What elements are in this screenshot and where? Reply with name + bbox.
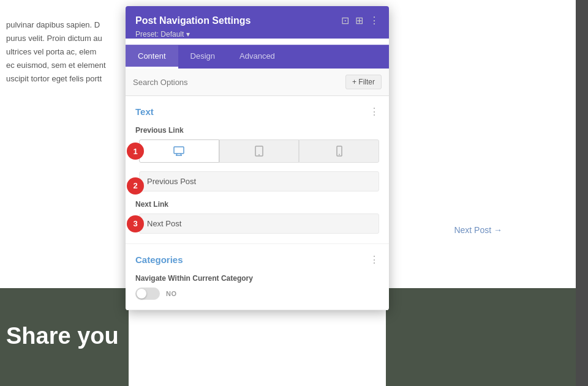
- panel-title: Post Navigation Settings: [135, 15, 251, 26]
- device-tablet-btn[interactable]: [219, 139, 300, 163]
- next-post-link[interactable]: Next Post →: [454, 225, 502, 235]
- categories-section: Categories ⋮ Navigate Within Current Cat…: [126, 244, 389, 310]
- navigate-category-label: Navigate Within Current Category: [135, 274, 379, 283]
- tab-content[interactable]: Content: [126, 45, 178, 69]
- panel-preset[interactable]: Preset: Default ▾: [135, 30, 379, 39]
- svg-rect-0: [174, 147, 184, 154]
- background-text: pulvinar dapibus sapien. D purus velit. …: [0, 12, 129, 92]
- preset-arrow: ▾: [186, 30, 190, 39]
- text-section: Text ⋮ Previous Link 1: [126, 96, 389, 244]
- panel-tabs: Content Design Advanced: [126, 45, 389, 69]
- toggle-row: NO: [135, 288, 379, 300]
- previous-post-input[interactable]: [139, 171, 379, 191]
- tab-advanced[interactable]: Advanced: [227, 45, 287, 69]
- filter-button[interactable]: + Filter: [345, 75, 382, 89]
- previous-link-device-row: 1: [135, 139, 379, 163]
- step-badge-3: 3: [127, 215, 144, 232]
- share-text: Share you: [6, 323, 119, 349]
- navigate-category-toggle[interactable]: [135, 288, 160, 300]
- panel-search-bar: + Filter: [126, 69, 389, 96]
- sidebar-strip: [576, 0, 588, 386]
- text-section-header: Text ⋮: [135, 106, 379, 117]
- more-icon[interactable]: ⋮: [369, 15, 379, 26]
- text-section-title: Text: [135, 106, 154, 117]
- dark-section-right: [386, 288, 588, 386]
- toggle-state-label: NO: [166, 290, 177, 297]
- step-badge-1: 1: [127, 143, 144, 160]
- next-link-label: Next Link: [135, 200, 379, 209]
- tablet-icon: [255, 146, 263, 157]
- panel-header-icons: ⊡ ⊞ ⋮: [341, 15, 379, 26]
- device-mobile-btn[interactable]: [299, 139, 379, 163]
- toggle-knob: [137, 289, 146, 299]
- search-input[interactable]: [133, 78, 345, 87]
- categories-section-title: Categories: [135, 254, 183, 265]
- layout-icon[interactable]: ⊞: [355, 15, 363, 26]
- next-post-row: 3: [135, 213, 379, 234]
- text-section-menu-icon[interactable]: ⋮: [369, 106, 379, 117]
- desktop-icon: [173, 146, 184, 156]
- svg-point-7: [339, 154, 340, 155]
- previous-link-label: Previous Link: [135, 126, 379, 135]
- step-badge-2: 2: [127, 177, 144, 195]
- panel-body: Text ⋮ Previous Link 1: [126, 96, 389, 310]
- previous-post-row: 2: [135, 171, 379, 200]
- post-navigation-panel: Post Navigation Settings ⊡ ⊞ ⋮ Preset: D…: [126, 6, 389, 310]
- next-post-input[interactable]: [139, 213, 379, 234]
- tab-design[interactable]: Design: [178, 45, 227, 69]
- mobile-icon: [336, 146, 342, 157]
- preset-label: Preset: Default: [135, 30, 184, 39]
- resize-icon[interactable]: ⊡: [341, 15, 349, 26]
- svg-point-5: [258, 154, 260, 155]
- device-desktop-btn[interactable]: [139, 139, 219, 163]
- categories-section-header: Categories ⋮: [135, 254, 379, 265]
- panel-title-row: Post Navigation Settings ⊡ ⊞ ⋮: [135, 15, 379, 26]
- categories-section-menu-icon[interactable]: ⋮: [369, 254, 379, 265]
- panel-header: Post Navigation Settings ⊡ ⊞ ⋮ Preset: D…: [126, 6, 389, 39]
